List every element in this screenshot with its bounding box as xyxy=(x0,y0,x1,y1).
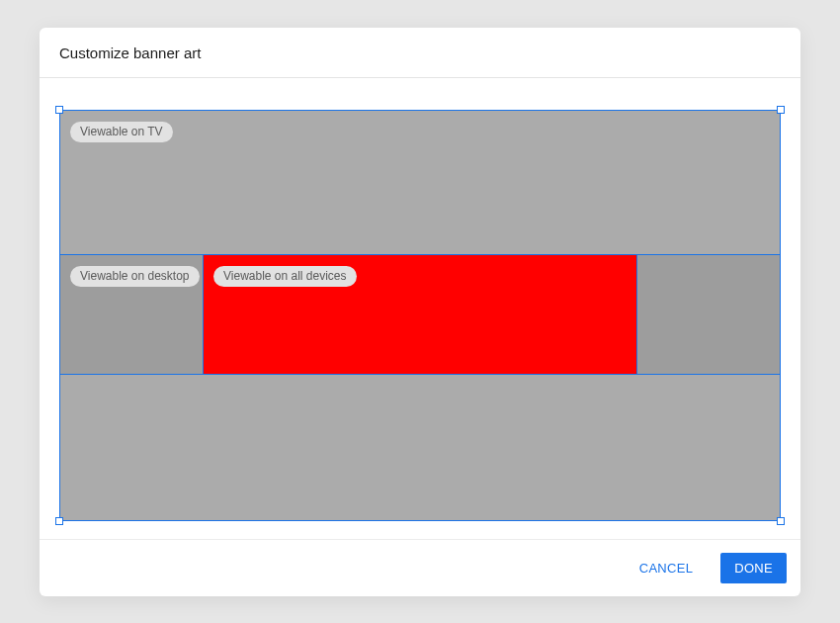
all-devices-safe-zone: Viewable on all devices xyxy=(203,254,637,375)
desktop-zone-label: Viewable on desktop xyxy=(70,266,200,287)
crop-handle-bottom-right[interactable] xyxy=(777,517,785,525)
cancel-button[interactable]: CANCEL xyxy=(626,553,708,583)
crop-handle-bottom-left[interactable] xyxy=(55,517,63,525)
dialog-footer: CANCEL DONE xyxy=(40,539,800,596)
banner-crop-area[interactable]: Viewable on TV Viewable on desktop Viewa… xyxy=(59,110,781,521)
customize-banner-dialog: Customize banner art Viewable on TV View… xyxy=(40,28,800,596)
all-devices-zone-label: Viewable on all devices xyxy=(213,266,357,287)
tv-zone-label: Viewable on TV xyxy=(70,122,173,142)
dialog-title: Customize banner art xyxy=(40,28,800,78)
crop-handle-top-right[interactable] xyxy=(777,106,785,114)
crop-handle-top-left[interactable] xyxy=(55,106,63,114)
done-button[interactable]: DONE xyxy=(720,553,787,583)
